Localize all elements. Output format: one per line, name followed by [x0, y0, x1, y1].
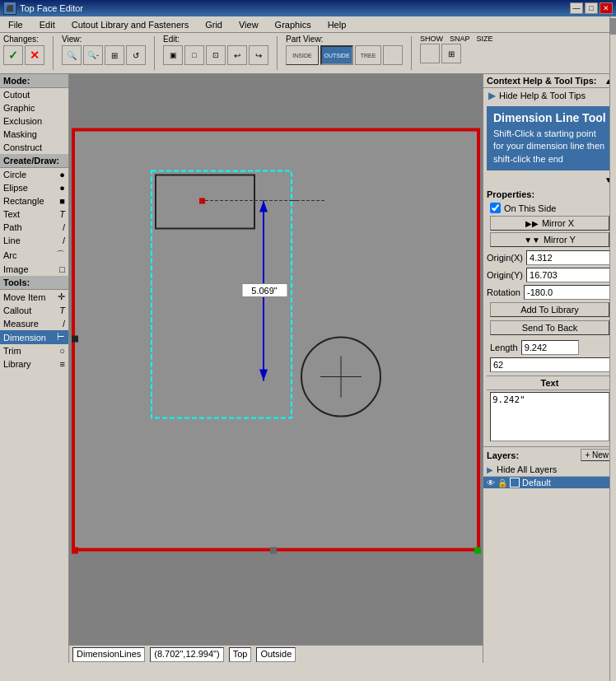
- edit-btn-3[interactable]: ⊡: [206, 45, 226, 65]
- dropdown-row: ▼: [487, 357, 613, 372]
- callout-label: Callout: [3, 306, 31, 315]
- inside-button[interactable]: INSIDE: [286, 45, 319, 65]
- changes-label: Changes:: [3, 35, 39, 44]
- circle-icon: ●: [59, 170, 65, 180]
- origin-x-input[interactable]: [526, 250, 616, 265]
- right-scrollbar[interactable]: [609, 74, 616, 663]
- cancel-button[interactable]: ✕: [25, 45, 44, 65]
- grid-snap-label: SNAP: [450, 35, 470, 43]
- redo-button[interactable]: ↪: [249, 45, 268, 65]
- edit-label: Edit:: [163, 35, 180, 44]
- send-to-back-button[interactable]: Send To Back: [490, 320, 609, 335]
- tool-path[interactable]: Path /: [0, 221, 68, 234]
- svg-rect-0: [73, 130, 478, 550]
- context-scroll[interactable]: ▶ Hide Help & Tool Tips Dimension Line T…: [483, 88, 616, 663]
- mirror-y-button[interactable]: ▼▼ Mirror Y: [490, 232, 609, 247]
- menu-file[interactable]: File: [3, 18, 28, 31]
- mirror-x-button[interactable]: ▶▶ Mirror X: [490, 216, 609, 231]
- view-label: View:: [62, 35, 82, 44]
- undo-button[interactable]: ↩: [227, 45, 247, 65]
- tool-move-item[interactable]: Move Item ✛: [0, 290, 68, 304]
- changes-buttons: ✓ ✕: [3, 45, 44, 65]
- grid-show-button[interactable]: [420, 44, 440, 63]
- fit-button[interactable]: ⊞: [105, 45, 124, 65]
- tool-trim[interactable]: Trim ○: [0, 344, 68, 357]
- close-button[interactable]: ✕: [600, 2, 613, 14]
- menu-edit[interactable]: Edit: [35, 18, 60, 31]
- grid-size-button[interactable]: ⊞: [441, 44, 461, 63]
- canvas-area[interactable]: 5.069" DimensionLines (8.702",12.994") T…: [69, 74, 483, 663]
- hide-help-label[interactable]: Hide Help & Tool Tips: [499, 91, 586, 100]
- text-textarea[interactable]: 9.242": [490, 392, 609, 441]
- dimension-icon: ⊢: [57, 332, 65, 343]
- layer-name[interactable]: Default: [522, 478, 551, 487]
- minimize-button[interactable]: —: [570, 2, 583, 14]
- measure-icon: /: [63, 319, 65, 329]
- tool-text[interactable]: Text T: [0, 208, 68, 221]
- toolbar: Changes: ✓ ✕ View: 🔍 🔍- ⊞ ↺ Edit: ▣ □ ⊡ …: [0, 33, 616, 74]
- hide-all-label[interactable]: Hide All Layers: [497, 464, 557, 474]
- outside-button[interactable]: OUTSIDE: [320, 45, 353, 65]
- origin-y-label: Origin(Y): [487, 270, 523, 280]
- mirror-y-icon: ▼▼: [524, 236, 540, 245]
- hide-help-row[interactable]: ▶ Hide Help & Tool Tips: [483, 88, 616, 103]
- text-icon: T: [59, 209, 65, 219]
- origin-y-input[interactable]: [526, 268, 616, 282]
- rotation-input[interactable]: [524, 285, 616, 300]
- tool-elipse[interactable]: Elipse ●: [0, 181, 68, 194]
- hide-all-arrow: ▶: [487, 465, 493, 474]
- layer-default-row[interactable]: 👁 🔒 Default: [483, 477, 616, 488]
- maximize-button[interactable]: □: [585, 2, 598, 14]
- layer-lock-icon[interactable]: 🔒: [497, 478, 507, 487]
- tool-measure[interactable]: Measure /: [0, 317, 68, 330]
- tool-rectangle[interactable]: Rectangle ■: [0, 194, 68, 208]
- zoom-in-button[interactable]: 🔍: [62, 45, 82, 65]
- view-section: View: 🔍 🔍- ⊞ ↺: [62, 35, 146, 72]
- context-title: Context Help & Tool Tips:: [487, 76, 596, 86]
- left-panel: Mode: Cutout Graphic Exclusion Masking C…: [0, 74, 69, 663]
- dropdown-input[interactable]: [490, 357, 610, 372]
- menu-cutout-library[interactable]: Cutout Library and Fasteners: [67, 18, 194, 31]
- path-icon: /: [63, 222, 65, 232]
- tool-dimension[interactable]: Dimension ⊢: [0, 330, 68, 344]
- tool-callout[interactable]: Callout T: [0, 304, 68, 317]
- on-this-side-row: On This Side: [487, 203, 613, 213]
- rectangle-label: Rectangle: [3, 196, 44, 206]
- tool-library[interactable]: Library ≡: [0, 357, 68, 371]
- edit-btn-2[interactable]: □: [184, 45, 204, 65]
- part-view-label: Part View:: [286, 35, 323, 44]
- library-icon: ≡: [60, 359, 65, 369]
- tree-button[interactable]: TREE: [355, 45, 381, 65]
- tool-circle[interactable]: Circle ●: [0, 168, 68, 181]
- rectangle-icon: ■: [59, 196, 65, 206]
- mode-construct[interactable]: Construct: [0, 141, 68, 154]
- mode-graphic[interactable]: Graphic: [0, 101, 68, 114]
- mode-cutout[interactable]: Cutout: [0, 88, 68, 101]
- accept-button[interactable]: ✓: [3, 45, 23, 65]
- menu-graphics[interactable]: Graphics: [270, 18, 316, 31]
- tool-line[interactable]: Line /: [0, 234, 68, 247]
- tool-image[interactable]: Image □: [0, 263, 68, 276]
- new-layer-button[interactable]: + New: [581, 449, 613, 461]
- sheet-button[interactable]: [383, 45, 403, 65]
- cutout-label: Cutout: [3, 90, 30, 100]
- refresh-button[interactable]: ↺: [126, 45, 146, 65]
- add-to-library-button[interactable]: Add To Library: [490, 302, 609, 317]
- menu-view[interactable]: View: [234, 18, 264, 31]
- length-input[interactable]: [521, 340, 579, 355]
- hide-all-row: ▶ Hide All Layers: [483, 463, 616, 477]
- zoom-out-button[interactable]: 🔍-: [83, 45, 103, 65]
- on-this-side-checkbox[interactable]: [490, 203, 501, 213]
- menu-grid[interactable]: Grid: [200, 18, 227, 31]
- layer-visibility-icon[interactable]: 👁: [487, 478, 495, 487]
- elipse-label: Elipse: [3, 183, 28, 193]
- svg-rect-14: [72, 548, 78, 554]
- mode-exclusion[interactable]: Exclusion: [0, 114, 68, 128]
- mode-masking[interactable]: Masking: [0, 128, 68, 141]
- edit-btn-1[interactable]: ▣: [163, 45, 183, 65]
- tool-arc[interactable]: Arc ⌒: [0, 247, 68, 263]
- context-box-text: Shift-Click a starting point for your di…: [493, 128, 606, 166]
- app-icon: ⬛: [3, 2, 16, 15]
- mirror-x-row: ▶▶ Mirror X: [487, 216, 613, 231]
- menu-help[interactable]: Help: [323, 18, 352, 31]
